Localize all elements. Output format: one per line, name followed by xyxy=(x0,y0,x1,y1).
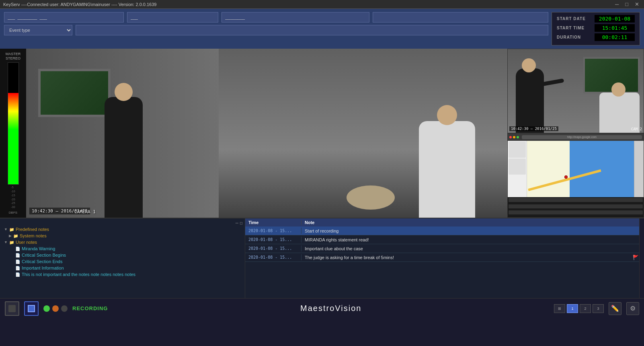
inputs-row-1 xyxy=(4,12,548,23)
status-bar: RECORDING MaestroVision ⊞ 1 2 3 ✏️ ⚙ xyxy=(0,298,644,318)
rcam-top-timestamp: 10:42:30 — 2016/01/25 xyxy=(509,126,558,131)
view-button-1[interactable]: ⊞ xyxy=(554,304,565,313)
note-item-3[interactable]: 📄 Important Information xyxy=(2,265,242,271)
field-2-input[interactable] xyxy=(127,12,219,23)
panel-maximize-icon[interactable]: □ xyxy=(240,221,242,225)
start-date-row: Start Date 2020-01-08 xyxy=(557,15,635,23)
log-panel: Time Note 2020-01-08 - 15...Start of rec… xyxy=(245,218,639,298)
field-4-input[interactable] xyxy=(373,12,548,23)
system-expand-icon: ▶ xyxy=(9,234,12,238)
field-1-input[interactable] xyxy=(4,12,124,23)
person-1 xyxy=(105,97,143,218)
expand-icon: ▼ xyxy=(4,227,8,231)
doc-icon-0: 📄 xyxy=(15,247,20,251)
brand-name: MaestroVision xyxy=(113,304,549,313)
log-row-3[interactable]: 2020-01-08 - 15...The judge is asking fo… xyxy=(245,253,639,262)
dot-2 xyxy=(52,305,59,312)
note-label-1: Critical Section Begins xyxy=(22,253,66,257)
rcam-person-2 xyxy=(599,93,640,133)
log-rows-container: 2020-01-08 - 15...Start of recording2020… xyxy=(245,227,639,262)
view-button-4[interactable]: 3 xyxy=(593,304,604,313)
field-3-input[interactable] xyxy=(222,12,369,23)
user-notes-label: User notes xyxy=(16,240,37,245)
log-row-2[interactable]: 2020-01-08 - 15...Important clue about t… xyxy=(245,244,639,253)
duration-row: Duration 00:02:11 xyxy=(557,33,635,41)
start-time-value: 15:01:45 xyxy=(595,24,635,32)
right-camera-top[interactable]: 10:42:30 — 2016/01/25 CAM 2 xyxy=(507,49,644,133)
system-notes-item[interactable]: ▶ 📁 System notes xyxy=(2,233,242,239)
notes-panel: ─ □ ▼ 📁 Predefined notes ▶ 📁 System note… xyxy=(0,218,245,298)
col-note-header: Note xyxy=(301,220,639,225)
log-scrollbar[interactable] xyxy=(639,218,644,298)
vu-bar xyxy=(8,93,18,184)
person-2-head xyxy=(437,105,457,125)
title-text: KeyServ ----Connected user: ANDYGAMING\m… xyxy=(3,2,156,7)
top-fields: Event type xyxy=(4,12,548,35)
stop-button[interactable] xyxy=(5,301,19,316)
user-notes-item[interactable]: ▼ 📁 User notes xyxy=(2,239,242,245)
note-label-3: Important Information xyxy=(22,266,64,270)
right-camera-bottom[interactable]: http://maps.google.com xyxy=(507,133,644,218)
log-header: Time Note xyxy=(245,218,639,227)
note-label-4: This is not important and the notes note… xyxy=(22,272,135,277)
system-notes-label: System notes xyxy=(20,233,47,238)
predefined-notes-label: Predefined notes xyxy=(16,227,49,232)
close-button[interactable]: ✕ xyxy=(633,1,641,7)
log-row-flag-3: 🚩 xyxy=(633,255,639,260)
maximize-button[interactable]: □ xyxy=(623,1,630,7)
recording-label: RECORDING xyxy=(72,305,108,311)
vu-meter: MASTERSTEREO -5-10-15-20-25-30 DBFS xyxy=(0,49,26,218)
info-panel: Start Date 2020-01-08 Start Time 15:01:4… xyxy=(552,12,640,45)
folder-icon: 📁 xyxy=(9,227,14,232)
stop-icon xyxy=(8,305,16,312)
duration-value: 00:02:11 xyxy=(595,33,635,41)
predefined-notes-item[interactable]: ▼ 📁 Predefined notes xyxy=(2,226,242,233)
log-row-note-0: Start of recording xyxy=(301,228,633,234)
edit-icon: ✏️ xyxy=(611,305,619,312)
inputs-row-2: Event type xyxy=(4,25,548,35)
view-button-3[interactable]: 2 xyxy=(580,304,591,313)
browser-chrome: http://maps.google.com xyxy=(508,134,644,141)
map-marker xyxy=(564,175,568,179)
window-controls: ─ □ ✕ xyxy=(613,1,641,7)
conference-table xyxy=(347,185,395,210)
settings-button[interactable]: ✏️ xyxy=(609,302,621,315)
log-row-note-2: Important clue about the case xyxy=(301,245,633,252)
log-row-1[interactable]: 2020-01-08 - 15...MIRANDA rights stateme… xyxy=(245,235,639,244)
log-row-time-1: 2020-01-08 - 15... xyxy=(245,237,301,243)
duration-label: Duration xyxy=(557,35,581,39)
note-label-2: Critical Section Ends xyxy=(22,259,63,264)
system-folder-icon: 📁 xyxy=(13,234,18,238)
doc-icon-1: 📄 xyxy=(15,253,20,257)
event-type-select[interactable]: Event type xyxy=(4,25,72,35)
vu-bar-container xyxy=(8,62,19,185)
dot-3 xyxy=(61,305,68,312)
view-buttons: ⊞ 1 2 3 xyxy=(554,304,604,313)
title-bar: KeyServ ----Connected user: ANDYGAMING\m… xyxy=(0,0,644,9)
person-2 xyxy=(419,121,475,218)
on-screen-keyboard xyxy=(508,197,644,217)
log-row-time-3: 2020-01-08 - 15... xyxy=(245,254,301,260)
long-field-input[interactable] xyxy=(76,25,548,35)
minimize-button[interactable]: ─ xyxy=(613,1,620,7)
note-item-1[interactable]: 📄 Critical Section Begins xyxy=(2,252,242,258)
record-button[interactable] xyxy=(24,301,39,316)
rcam-person-1 xyxy=(516,68,544,133)
panel-minimize-icon[interactable]: ─ xyxy=(236,221,238,225)
dot-1 xyxy=(43,305,50,312)
gear-button[interactable]: ⚙ xyxy=(626,302,639,315)
doc-icon-4: 📄 xyxy=(15,272,20,277)
gear-icon: ⚙ xyxy=(630,305,636,312)
log-row-time-2: 2020-01-08 - 15... xyxy=(245,245,301,251)
view-button-2[interactable]: 1 xyxy=(567,304,578,313)
note-item-4[interactable]: 📄 This is not important and the notes no… xyxy=(2,271,242,278)
rcam-top-label: CAM 2 xyxy=(631,127,642,131)
log-row-time-0: 2020-01-08 - 15... xyxy=(245,228,301,234)
log-row-0[interactable]: 2020-01-08 - 15...Start of recording xyxy=(245,227,639,235)
main-camera[interactable]: 10:42:30 — 2016/01/25 CAMERA 1 xyxy=(26,49,507,218)
start-time-row: Start Time 15:01:45 xyxy=(557,24,635,32)
note-item-2[interactable]: 📄 Critical Section Ends xyxy=(2,258,242,265)
doc-icon-3: 📄 xyxy=(15,266,20,270)
start-time-label: Start Time xyxy=(557,26,585,30)
note-item-0[interactable]: 📄 Miranda Warning xyxy=(2,245,242,252)
